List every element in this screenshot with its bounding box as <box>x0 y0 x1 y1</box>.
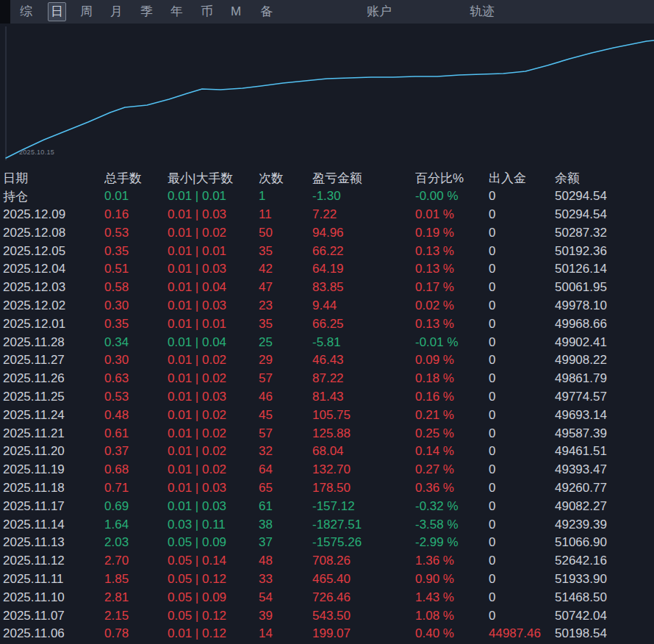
table-row[interactable]: 2025.11.270.300.01 | 0.022946.430.09 %04… <box>0 351 654 370</box>
cell-minmax: 0.01 | 0.02 <box>168 462 259 477</box>
table-row[interactable]: 2025.11.132.030.05 | 0.0937-1575.26-2.99… <box>0 534 654 552</box>
cell-minmax: 0.03 | 0.11 <box>168 518 259 532</box>
cell-balance: 49902.41 <box>555 335 654 350</box>
cell-balance: 50192.36 <box>555 244 654 259</box>
cell-date: 2025.11.13 <box>3 535 104 550</box>
tab-guiji[interactable]: 轨迹 <box>467 3 497 21</box>
tab-bei[interactable]: 备 <box>258 3 275 21</box>
table-row[interactable]: 2025.11.190.680.01 | 0.0264132.700.27 %0… <box>0 461 654 479</box>
table-row[interactable]: 2025.11.260.630.01 | 0.025787.220.18 %04… <box>0 370 654 388</box>
cell-deposit: 0 <box>489 535 555 550</box>
table-row[interactable]: 2025.12.010.350.01 | 0.013566.250.13 %04… <box>0 315 654 333</box>
cell-deposit: 0 <box>489 244 555 259</box>
cell-date: 持仓 <box>3 188 104 205</box>
table-row[interactable]: 2025.11.060.780.01 | 0.1214199.070.40 %4… <box>0 625 654 643</box>
cell-balance: 49693.14 <box>555 408 654 423</box>
table-row[interactable]: 2025.11.210.610.01 | 0.0257125.880.25 %0… <box>0 424 654 443</box>
cell-times: 32 <box>259 444 312 459</box>
cell-balance: 50126.14 <box>555 262 654 276</box>
table-row[interactable]: 2025.11.240.480.01 | 0.0245105.750.21 %0… <box>0 406 654 424</box>
cell-pct: 0.21 % <box>415 408 489 423</box>
chart-start-date-label: 2025.10.15 <box>19 149 54 156</box>
cell-times: 1 <box>259 189 312 204</box>
table-body: 持仓0.010.01 | 0.011-1.30-0.00 %050294.542… <box>0 187 654 643</box>
cell-balance: 51468.50 <box>555 590 654 605</box>
cell-deposit: 0 <box>489 298 555 313</box>
cell-minmax: 0.05 | 0.09 <box>168 535 259 550</box>
cell-date: 2025.11.17 <box>3 499 104 514</box>
cell-pct: 0.02 % <box>415 298 489 313</box>
table-row[interactable]: 2025.11.072.150.05 | 0.1239543.501.08 %0… <box>0 607 654 625</box>
table-row[interactable]: 2025.11.102.810.05 | 0.0954726.461.43 %0… <box>0 588 654 607</box>
cell-pct: -3.58 % <box>415 518 489 532</box>
cell-balance: 49978.10 <box>555 298 654 313</box>
cell-total: 0.68 <box>104 462 168 477</box>
cell-minmax: 0.01 | 0.03 <box>168 298 259 313</box>
cell-total: 1.85 <box>104 572 168 587</box>
cell-balance: 50198.54 <box>555 626 654 641</box>
cell-date: 2025.11.11 <box>3 572 104 587</box>
cell-date: 2025.11.24 <box>3 408 104 423</box>
cell-date: 2025.11.25 <box>3 390 104 404</box>
cell-date: 2025.12.02 <box>3 298 104 313</box>
tab-bi[interactable]: 币 <box>198 3 215 21</box>
cell-date: 2025.12.04 <box>3 262 104 276</box>
table-row[interactable]: 2025.11.200.370.01 | 0.023268.040.14 %04… <box>0 443 654 461</box>
table-row[interactable]: 2025.12.040.510.01 | 0.034264.190.13 %05… <box>0 260 654 279</box>
cell-pct: 0.16 % <box>415 390 489 404</box>
cell-times: 64 <box>259 462 312 477</box>
cell-deposit: 0 <box>489 189 555 204</box>
cell-deposit: 0 <box>489 499 555 514</box>
cell-total: 0.51 <box>104 262 168 276</box>
tab-zhanghu[interactable]: 账户 <box>364 3 394 21</box>
cell-deposit: 44987.46 <box>489 626 555 641</box>
cell-minmax: 0.01 | 0.03 <box>168 207 259 222</box>
cell-minmax: 0.01 | 0.02 <box>168 426 259 441</box>
table-row[interactable]: 2025.12.030.580.01 | 0.044783.850.17 %05… <box>0 279 654 297</box>
cell-date: 2025.11.28 <box>3 335 104 350</box>
table-row[interactable]: 2025.11.111.850.05 | 0.1233465.400.90 %0… <box>0 570 654 589</box>
table-row[interactable]: 持仓0.010.01 | 0.011-1.30-0.00 %050294.54 <box>0 187 654 206</box>
table-row[interactable]: 2025.12.020.300.01 | 0.03239.440.02 %049… <box>0 297 654 315</box>
tab-zhou[interactable]: 周 <box>78 3 95 21</box>
table-row[interactable]: 2025.12.080.530.01 | 0.025094.960.19 %05… <box>0 223 654 242</box>
table-row[interactable]: 2025.11.122.700.05 | 0.1448708.261.36 %0… <box>0 552 654 570</box>
topbar-tabs: 综日周月季年币M备账户轨迹 <box>10 2 497 21</box>
cell-times: 23 <box>259 298 312 313</box>
tab-ji[interactable]: 季 <box>138 3 155 21</box>
col-pct: 百分比% <box>415 170 489 187</box>
cell-minmax: 0.01 | 0.03 <box>168 390 259 404</box>
cell-times: 11 <box>259 207 312 222</box>
tab-M[interactable]: M <box>229 3 243 21</box>
cell-deposit: 0 <box>489 317 555 332</box>
equity-chart-svg <box>0 24 654 160</box>
cell-total: 0.35 <box>104 244 168 259</box>
table-row[interactable]: 2025.12.050.350.01 | 0.013566.220.13 %05… <box>0 242 654 260</box>
tab-yue[interactable]: 月 <box>108 3 125 21</box>
table-row[interactable]: 2025.11.141.640.03 | 0.1138-1827.51-3.58… <box>0 515 654 534</box>
cell-times: 47 <box>259 280 312 295</box>
cell-balance: 49082.27 <box>555 499 654 514</box>
col-pnl: 盈亏金额 <box>312 170 415 187</box>
cell-times: 14 <box>259 626 312 641</box>
tab-ri[interactable]: 日 <box>48 2 66 21</box>
table-row[interactable]: 2025.11.280.340.01 | 0.0425-5.81-0.01 %0… <box>0 333 654 351</box>
cell-pnl: 726.46 <box>312 590 415 605</box>
table-row[interactable]: 2025.11.170.690.01 | 0.0361-157.12-0.32 … <box>0 497 654 515</box>
table-row[interactable]: 2025.12.090.160.01 | 0.03117.220.01 %050… <box>0 206 654 224</box>
cell-deposit: 0 <box>489 462 555 477</box>
table-row[interactable]: 2025.11.250.530.01 | 0.034681.430.16 %04… <box>0 388 654 407</box>
tab-nian[interactable]: 年 <box>168 3 185 21</box>
cell-total: 0.58 <box>104 280 168 295</box>
cell-pct: 0.25 % <box>415 426 489 441</box>
table-row[interactable]: 2025.11.180.710.01 | 0.0365178.500.36 %0… <box>0 479 654 498</box>
cell-pnl: -1.30 <box>312 189 415 204</box>
tab-zong[interactable]: 综 <box>18 3 35 21</box>
cell-pct: 0.17 % <box>415 280 489 295</box>
cell-total: 0.63 <box>104 371 168 386</box>
cell-minmax: 0.01 | 0.01 <box>168 317 259 332</box>
cell-total: 0.34 <box>104 335 168 350</box>
cell-total: 0.48 <box>104 408 168 423</box>
cell-minmax: 0.01 | 0.01 <box>168 189 259 204</box>
cell-pct: 0.01 % <box>415 207 489 222</box>
